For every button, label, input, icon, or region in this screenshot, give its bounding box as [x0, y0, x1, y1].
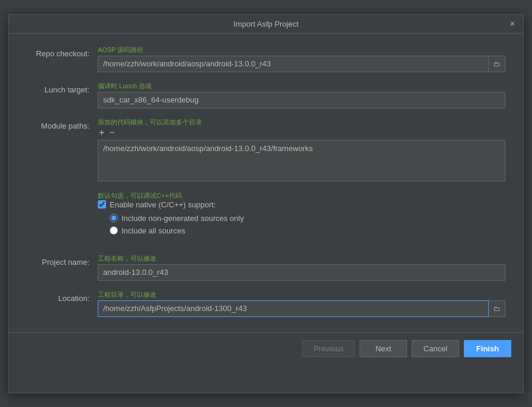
- location-label: Location:: [27, 290, 98, 303]
- native-support-hint: 默认勾选，可以调试C++代码: [98, 192, 182, 199]
- location-input[interactable]: [98, 300, 489, 317]
- location-input-row: 🗀: [98, 300, 505, 317]
- module-add-remove: + −: [98, 128, 505, 137]
- native-support-section: 默认勾选，可以调试C++代码 Enable native (C/C++) sup…: [98, 191, 244, 235]
- module-paths-area: 添加的代码模块，可以添加多个目录 + − /home/zzh/work/andr…: [98, 118, 505, 181]
- radio-non-generated-row: Include non-generated sources only: [110, 214, 244, 223]
- native-checkbox-row: Enable native (C/C++) support:: [98, 200, 244, 209]
- cancel-button[interactable]: Cancel: [412, 340, 459, 357]
- module-paths-row: Module paths: 添加的代码模块，可以添加多个目录 + − /home…: [27, 118, 505, 181]
- lunch-target-input-row: [98, 92, 505, 108]
- dialog-footer: Previous Next Cancel Finish: [9, 332, 523, 364]
- repo-checkout-input-row: 🗀: [98, 56, 505, 72]
- repo-checkout-browse-button[interactable]: 🗀: [489, 56, 505, 72]
- dialog-content: Repo checkout: AOSP 源码路径 🗀 Lunch target:…: [9, 34, 523, 332]
- lunch-target-input[interactable]: [98, 92, 505, 108]
- list-item: /home/zzh/work/android/aosp/android-13.0…: [103, 143, 500, 154]
- dialog-title: Import Asfp Project: [233, 20, 299, 28]
- repo-checkout-label: Repo checkout:: [27, 46, 98, 58]
- module-remove-button[interactable]: −: [108, 128, 116, 137]
- location-hint: 工程目录，可以修改: [98, 290, 505, 299]
- previous-button[interactable]: Previous: [302, 340, 355, 357]
- lunch-target-label: Lunch target:: [27, 82, 98, 94]
- repo-checkout-input[interactable]: [98, 56, 489, 72]
- folder-icon: 🗀: [493, 60, 500, 68]
- radio-non-generated[interactable]: [110, 214, 118, 222]
- lunch-target-hint: 编译时 Lunch 选项: [98, 82, 505, 91]
- next-button[interactable]: Next: [360, 340, 407, 357]
- location-row: Location: 工程目录，可以修改 🗀: [27, 290, 505, 317]
- finish-button[interactable]: Finish: [464, 340, 511, 357]
- close-button[interactable]: ×: [507, 18, 518, 30]
- project-name-input-row: [98, 264, 505, 281]
- import-dialog: Import Asfp Project × Repo checkout: AOS…: [8, 14, 524, 393]
- native-support-row: 默认勾选，可以调试C++代码 Enable native (C/C++) sup…: [27, 191, 505, 245]
- module-add-button[interactable]: +: [98, 128, 105, 137]
- location-field: 工程目录，可以修改 🗀: [98, 290, 505, 317]
- lunch-target-field: 编译时 Lunch 选项: [98, 82, 505, 108]
- native-support-checkbox[interactable]: [98, 200, 106, 209]
- native-radio-group: Include non-generated sources only Inclu…: [110, 214, 244, 235]
- project-name-input[interactable]: [98, 264, 505, 281]
- project-name-label: Project name:: [27, 254, 98, 267]
- native-support-checkbox-label: Enable native (C/C++) support:: [110, 200, 216, 209]
- radio-all-sources-row: Include all sources: [110, 226, 244, 235]
- module-paths-hint: 添加的代码模块，可以添加多个目录: [98, 118, 505, 127]
- lunch-target-row: Lunch target: 编译时 Lunch 选项: [27, 82, 505, 108]
- repo-checkout-hint: AOSP 源码路径: [98, 46, 505, 55]
- radio-all-sources-label: Include all sources: [121, 226, 185, 235]
- radio-all-sources[interactable]: [110, 226, 118, 235]
- module-paths-list: /home/zzh/work/android/aosp/android-13.0…: [98, 140, 505, 181]
- project-name-row: Project name: 工程名称，可以修改: [27, 254, 505, 281]
- project-name-hint: 工程名称，可以修改: [98, 254, 505, 263]
- location-browse-button[interactable]: 🗀: [489, 300, 505, 317]
- native-support-label: [27, 191, 98, 194]
- radio-non-generated-label: Include non-generated sources only: [121, 214, 244, 223]
- repo-checkout-field: AOSP 源码路径 🗀: [98, 46, 505, 72]
- folder-icon: 🗀: [493, 305, 500, 312]
- module-paths-label: Module paths:: [27, 118, 98, 130]
- title-bar: Import Asfp Project ×: [9, 15, 523, 34]
- repo-checkout-row: Repo checkout: AOSP 源码路径 🗀: [27, 46, 505, 72]
- project-name-field: 工程名称，可以修改: [98, 254, 505, 281]
